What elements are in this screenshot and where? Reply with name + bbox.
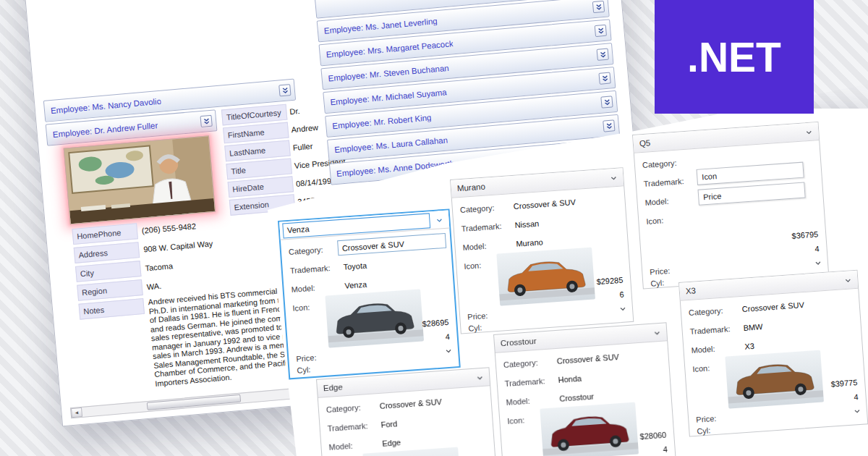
trademark-label: Trademark: xyxy=(289,263,331,275)
double-chevron-down-icon xyxy=(596,26,605,35)
double-chevron-down-icon xyxy=(605,122,613,130)
field-value: WA. xyxy=(146,278,162,295)
category-label: Category: xyxy=(689,306,723,317)
expand-row-button[interactable] xyxy=(600,96,613,108)
field-value: Dr. xyxy=(289,103,301,119)
trademark-value: Ford xyxy=(380,419,397,429)
trademark-value: Nissan xyxy=(514,219,539,229)
scrollbar-thumb[interactable] xyxy=(147,394,241,410)
vehicle-photo xyxy=(362,447,461,456)
cyl-value: 4 xyxy=(663,445,668,454)
employee-row-title: Employee: Mr. Michael Suyama xyxy=(330,88,447,106)
icon-label: Icon: xyxy=(464,261,482,271)
card-title: Murano xyxy=(456,182,485,193)
cyl-label: Cyl: xyxy=(468,323,482,332)
employee-photo-illustration xyxy=(64,136,215,224)
price-value: $36795 xyxy=(791,229,818,240)
card-header[interactable]: Q5 xyxy=(633,122,819,153)
field-value: (206) 555-9482 xyxy=(141,218,197,238)
card-title-editor[interactable]: Venza xyxy=(282,213,430,238)
chevron-down-icon xyxy=(476,375,484,381)
car-illustration xyxy=(325,289,424,347)
price-expand-button[interactable] xyxy=(618,301,626,315)
car-illustration xyxy=(362,447,461,456)
price-label: Price: xyxy=(650,266,671,276)
vehicle-card-q5[interactable]: Q5 Category: Trademark: Model: Icon: Ico… xyxy=(632,122,829,289)
vehicle-card-x3[interactable]: X3 Category: Crossover & SUV Trademark: … xyxy=(678,270,868,437)
model-label: Model: xyxy=(328,442,353,452)
field-label: Region xyxy=(77,279,143,301)
expand-row-button[interactable] xyxy=(598,72,610,84)
double-chevron-down-icon xyxy=(202,117,210,125)
price-expand-button[interactable] xyxy=(444,344,452,358)
icon-label: Icon: xyxy=(646,216,664,226)
collapse-row-button[interactable] xyxy=(200,115,212,127)
vehicle-photo xyxy=(496,248,595,306)
chevron-down-icon xyxy=(445,348,453,355)
employee-row-title: Employee: Ms. Nancy Davolio xyxy=(51,97,162,115)
chevron-down-icon xyxy=(610,175,618,182)
model-value: Crosstour xyxy=(559,392,594,403)
model-value: Edge xyxy=(382,438,401,448)
car-illustration xyxy=(496,248,595,306)
expand-row-button[interactable] xyxy=(597,48,609,61)
double-chevron-down-icon xyxy=(595,3,603,12)
employee-photo xyxy=(64,135,216,224)
card-title: X3 xyxy=(685,286,696,295)
field-value: Andrew xyxy=(291,119,319,138)
expand-row-button[interactable] xyxy=(278,84,291,96)
price-label: Price: xyxy=(696,414,717,424)
model-label: Model: xyxy=(291,284,315,294)
price-expand-button[interactable] xyxy=(814,256,822,269)
collapse-card-button[interactable] xyxy=(474,373,486,384)
collapse-card-button[interactable] xyxy=(803,127,815,138)
category-label: Category: xyxy=(326,403,361,414)
category-value: Crossover & SUV xyxy=(379,397,442,410)
vehicle-card-venza[interactable]: Venza Category: Crossover & SUV Trademar… xyxy=(278,208,461,379)
vehicle-card-crosstour[interactable]: Crosstour Category: Crossover & SUV Trad… xyxy=(493,322,677,456)
category-label: Category: xyxy=(460,203,495,214)
cyl-label: Cyl: xyxy=(297,365,311,374)
dotnet-logo-text: .NET xyxy=(687,33,781,81)
field-chip-icon[interactable]: Icon xyxy=(697,162,804,185)
card-header[interactable]: Murano xyxy=(451,168,624,198)
field-chip-price[interactable]: Price xyxy=(698,182,806,206)
cyl-value: 4 xyxy=(445,332,450,341)
category-editor[interactable]: Crossover & SUV xyxy=(337,233,446,256)
trademark-value: Honda xyxy=(558,374,582,384)
model-value: Murano xyxy=(516,237,543,248)
vehicle-card-murano[interactable]: Murano Category: Crossover & SUV Tradema… xyxy=(450,167,634,334)
double-chevron-down-icon xyxy=(603,98,611,106)
model-label: Model: xyxy=(644,197,669,207)
collapse-card-button[interactable] xyxy=(651,328,663,339)
collapse-card-button[interactable] xyxy=(842,275,854,286)
vehicle-photo xyxy=(325,289,424,347)
expand-row-button[interactable] xyxy=(603,119,615,132)
price-value: $28060 xyxy=(639,431,666,442)
cyl-value: 6 xyxy=(619,290,624,299)
dotnet-logo-badge: .NET xyxy=(655,0,814,114)
expand-row-button[interactable] xyxy=(595,25,607,37)
field-value: Tacoma xyxy=(145,258,174,276)
collapse-card-button[interactable] xyxy=(433,215,446,226)
employee-row-title: Employee: Ms. Laura Callahan xyxy=(334,135,448,154)
price-label: Price: xyxy=(296,353,317,363)
price-value: $29285 xyxy=(596,276,623,287)
double-chevron-down-icon xyxy=(600,74,609,83)
price-expand-button[interactable] xyxy=(853,404,861,418)
field-label: Notes xyxy=(78,298,145,320)
vehicle-card-edge[interactable]: Edge Category: Crossover & SUV Trademark… xyxy=(316,367,500,456)
horizontal-scrollbar[interactable]: ◄ ► xyxy=(70,386,325,419)
trademark-label: Trademark: xyxy=(461,221,502,233)
category-label: Category: xyxy=(642,159,677,169)
trademark-label: Trademark: xyxy=(504,376,545,388)
collapse-card-button[interactable] xyxy=(608,173,620,184)
expand-row-button[interactable] xyxy=(592,1,605,13)
trademark-label: Trademark: xyxy=(643,177,684,188)
chevron-down-icon xyxy=(619,305,627,312)
double-chevron-down-icon xyxy=(598,50,607,59)
employee-row-title: Employee: Dr. Andrew Fuller xyxy=(52,121,158,139)
car-illustration xyxy=(725,350,824,409)
cyl-label: Cyl: xyxy=(697,426,711,435)
scroll-left-button[interactable]: ◄ xyxy=(71,408,82,418)
